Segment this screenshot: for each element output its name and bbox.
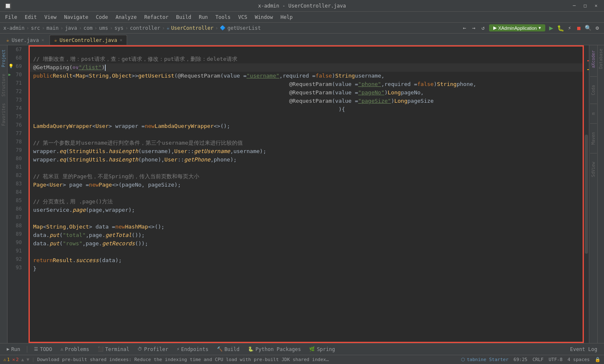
editor[interactable]: 67 68 💡 69 ▶ 70 71 72 73 74 75 76 77 78 … <box>8 45 589 343</box>
line-75: 75 <box>8 112 25 121</box>
run-config-icon: ▶ <box>493 25 497 31</box>
status-left: ⚠ 1 ✕ 2 ▲ ▼ | Download pre-built shared … <box>3 357 458 362</box>
menu-analyze[interactable]: Analyze <box>112 13 140 21</box>
breadcrumb-usercontroller[interactable]: UserController <box>171 25 213 31</box>
menu-help[interactable]: Help <box>277 13 296 21</box>
spring-btn[interactable]: 🌿 Spring <box>306 346 338 353</box>
status-right: ⬡ tabnine Starter 69:25 CRLF UTF-8 4 spa… <box>461 357 601 362</box>
menu-file[interactable]: File <box>2 13 21 21</box>
tab-close-usercontroller[interactable]: ✕ <box>120 37 122 43</box>
divider2 <box>590 104 597 104</box>
menu-window[interactable]: Window <box>251 13 276 21</box>
event-log-btn[interactable]: Event Log <box>567 346 601 353</box>
terminal-btn[interactable]: ⬛ Terminal <box>94 346 133 353</box>
breadcrumb-com[interactable]: com <box>83 25 93 31</box>
minimize-button[interactable]: ─ <box>570 2 578 10</box>
run-panel-btn[interactable]: ▶ Run <box>3 346 23 353</box>
tab-usercontrollerjava[interactable]: ☕ UserController.java ✕ <box>49 35 127 45</box>
menu-navigate[interactable]: Navigate <box>61 13 92 21</box>
tab-close-userjava[interactable]: ✕ <box>42 37 44 43</box>
code-line-83: Page < User > page = new Page <>(pageNo,… <box>30 181 583 189</box>
tabnine-status[interactable]: ⬡ tabnine Starter <box>461 357 508 362</box>
line-83: 83 <box>8 179 25 188</box>
vertical-scrollbar[interactable] <box>584 45 589 343</box>
maven-tab[interactable]: Maven <box>591 130 596 146</box>
indent-info[interactable]: 4 spaces <box>568 357 590 362</box>
python-packages-btn[interactable]: 🐍 Python Packages <box>245 346 304 353</box>
coda-tab[interactable]: Coda <box>591 83 596 97</box>
cursor-position[interactable]: 69:25 <box>513 357 527 362</box>
warning-icon: ⚠ <box>3 357 6 362</box>
menu-run[interactable]: Run <box>195 13 211 21</box>
todo-btn[interactable]: ☰ TODO <box>31 346 55 353</box>
line-80: 80 <box>8 154 25 163</box>
forward-icon[interactable]: → <box>471 25 477 31</box>
line-endings[interactable]: CRLF <box>532 357 544 362</box>
endpoints-btn[interactable]: ⚡ Endpoints <box>173 346 212 353</box>
axcoder-tab[interactable]: aXcoder <box>591 49 596 70</box>
scrollbar-thumb[interactable] <box>585 135 588 254</box>
breadcrumb-getuserlist[interactable]: getUserList <box>227 25 260 31</box>
breadcrumb-main[interactable]: main <box>47 25 59 31</box>
divider <box>590 76 597 77</box>
debug-button[interactable]: 🐛 <box>557 25 564 31</box>
m-tab[interactable]: m <box>591 111 596 117</box>
code-line-92: return Result . success (data); <box>30 256 583 265</box>
database-tab[interactable]: Database <box>598 47 604 70</box>
run-button[interactable]: ▶ <box>548 25 555 31</box>
refresh-icon[interactable]: ↺ <box>480 25 487 31</box>
coverage-button[interactable]: ⚡ <box>566 25 573 31</box>
build-btn[interactable]: 🔨 Build <box>213 346 243 353</box>
run-label: Run <box>11 346 21 352</box>
build-icon: 🔨 <box>217 346 223 352</box>
code-line-69: @GetMapping( ⊙∨ "/list" ) <box>30 63 583 72</box>
menu-vcs[interactable]: VCS <box>235 13 251 21</box>
main-area: Project Structure Favorites 67 68 💡 69 ▶… <box>0 45 604 343</box>
charset[interactable]: UTF-8 <box>549 357 562 362</box>
editor-scroll[interactable]: 67 68 💡 69 ▶ 70 71 72 73 74 75 76 77 78 … <box>8 45 589 343</box>
run-config-button[interactable]: ▶ XAdminApplication ▾ <box>489 24 545 31</box>
favorites-tab[interactable]: Favorites <box>1 101 6 128</box>
code-line-88: Map < String , Object > data = new HashM… <box>30 223 583 231</box>
project-tab[interactable]: Project <box>1 47 6 70</box>
terminal-icon: ⬛ <box>98 346 104 352</box>
profiler-btn[interactable]: ⏱ Profiler <box>134 346 172 353</box>
maximize-button[interactable]: □ <box>581 2 589 10</box>
close-button[interactable]: ✕ <box>592 2 600 10</box>
back-icon[interactable]: ← <box>461 25 468 31</box>
breadcrumb-controller[interactable]: controller <box>130 25 160 31</box>
code-line-91 <box>30 248 583 256</box>
breadcrumb-xadmin[interactable]: x-admin <box>3 25 25 31</box>
menu-edit[interactable]: Edit <box>21 13 40 21</box>
breadcrumb-java[interactable]: java <box>65 25 77 31</box>
structure-tab[interactable]: Structure <box>1 71 6 99</box>
title-bar-left: 🔲 <box>4 3 11 9</box>
menu-refactor[interactable]: Refactor <box>141 13 172 21</box>
line-74: 74 <box>8 104 25 112</box>
settings-button[interactable]: ⚙ <box>594 25 601 31</box>
status-down-arrow: ▼ <box>26 357 29 362</box>
menu-build[interactable]: Build <box>173 13 195 21</box>
breadcrumb-ums[interactable]: ums <box>99 25 108 31</box>
menu-tools[interactable]: Tools <box>212 13 234 21</box>
sdview-tab[interactable]: SdView <box>591 160 596 179</box>
status-up-arrow: ▲ <box>21 357 24 362</box>
line-76: 76 <box>8 121 25 129</box>
event-log-label: Event Log <box>570 346 597 352</box>
menu-code[interactable]: Code <box>93 13 112 21</box>
tab-label-active: UserController.java <box>60 37 117 43</box>
error-icon: ✕ <box>12 357 15 362</box>
breadcrumb-sys[interactable]: sys <box>115 25 124 31</box>
menu-view[interactable]: View <box>41 13 60 21</box>
problems-btn[interactable]: ⚠ Problems <box>57 346 92 353</box>
search-button[interactable]: 🔍 <box>585 25 591 31</box>
text-cursor <box>105 65 106 71</box>
window-controls[interactable]: ─ □ ✕ <box>570 2 600 10</box>
divider4 <box>590 153 597 153</box>
code-area[interactable]: // 增删改查，增：post请求，查：get请求，修改：put请求，删除：del… <box>29 45 584 343</box>
stop-button[interactable]: ■ <box>575 25 582 31</box>
code-line-77 <box>30 130 583 139</box>
tab-userjava[interactable]: ☕ User.java ✕ <box>2 35 49 45</box>
breadcrumb-src[interactable]: src <box>31 25 40 31</box>
line-77: 77 <box>8 129 25 138</box>
